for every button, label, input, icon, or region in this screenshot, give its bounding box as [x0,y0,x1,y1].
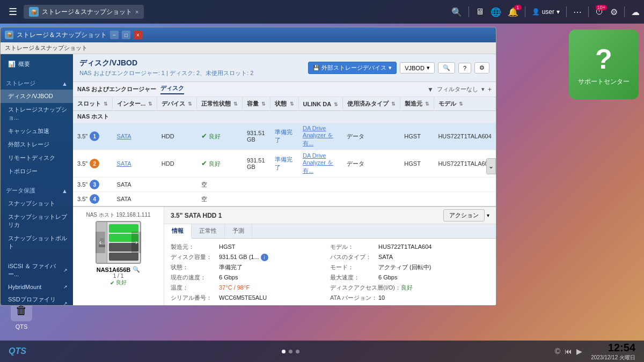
ulink-link[interactable]: DA Drive Analyzer を有... [303,125,333,146]
nas-model-name: NAS1A656B 🔍 [97,266,141,273]
info-row-ata-std: ATA 標準： 109 [171,303,330,305]
nas-slot-4 [109,253,138,261]
info-value-serial: WCC6M5TE5ALU [219,294,267,301]
sidebar-item-remote-disk[interactable]: リモートディスク [1,151,73,165]
app-tab-storage[interactable]: 📦 ストレージ＆スナップショット × [24,5,144,19]
detail-info-right-col: モデル： HUS722T1TALA604 バスのタイプ： SATA モード： ア… [330,242,489,305]
info-value-ata-ver: 10 [378,294,385,301]
sidebar-item-disk-vjbod[interactable]: ディスク/VJBOD [1,90,73,103]
filter-funnel-icon: ▼ [427,86,434,93]
qts-brand-label: QTS [9,346,26,356]
info-value-maker: HGST [219,243,236,250]
sidebar-item-hybridmount[interactable]: HybridMount ↗ [1,281,73,293]
user-menu[interactable]: 👤 user ▾ [532,8,560,16]
cell-slot: 3.5" 2 [73,150,113,178]
sidebar-data-protection-header[interactable]: データ保護 ▲ [1,184,73,197]
divider-5 [624,6,625,17]
info-row-firmware: ファームウェアバージョン： RAGNWA09 [330,303,489,305]
sidebar-item-ssd-profile[interactable]: SSDプロファイリン... ↗ [1,293,73,305]
sidebar-item-label: キャッシュ加速 [8,127,49,135]
maximize-button[interactable]: □ [122,31,130,39]
desktop-dot-1[interactable] [282,350,286,353]
sidebar-dp-chevron-icon: ▲ [62,188,68,194]
app-tab-close[interactable]: × [135,9,138,15]
info-label-serial: シリアル番号： [171,294,219,302]
nas-search-icon[interactable]: 🔍 [133,266,140,273]
slot-number: 2 [90,159,99,168]
sidebar-storage-label: ストレージ [6,79,35,87]
search-button[interactable]: 🔍 [438,62,455,73]
interface-link[interactable]: SATA [117,160,131,167]
nas-next-button[interactable]: › [131,232,141,253]
disk-tab[interactable]: ディスク [160,84,184,94]
slot-label: 3.5" [77,181,87,188]
tab-info[interactable]: 情報 [164,224,192,239]
vjbod-label: VJBOD [405,65,425,71]
desktop-dot-3[interactable] [296,350,299,353]
info-value-mode: アクティブ (回転中) [378,263,431,271]
sidebar-item-cache-boost[interactable]: キャッシュ加速 [1,124,73,138]
display-icon[interactable]: 🖥 [475,7,484,17]
action-button[interactable]: アクション [443,209,485,221]
sidebar-item-iscsi[interactable]: iSCSI ＆ ファイバー... ↗ [1,260,73,281]
bell-icon[interactable]: 🔔1 [508,7,518,17]
sidebar-item-label: スナップショットレプリカ [8,213,68,229]
desktop-dot-2[interactable] [289,350,292,353]
taskbar-bottom: QTS © ⏮ ▶ 12:54 2023/12/12 火曜日 [0,341,644,362]
detail-tab-header: 3.5" SATA HDD 1 アクション ▾ [164,207,496,224]
info-row-maker: 製造元： HGST [171,242,330,252]
nas-host-group-label: NAS ホスト [73,111,496,123]
sidebar-item-storage-snapshot[interactable]: ストレージスナップショ... [1,103,73,124]
divider-4 [588,6,589,17]
table-row[interactable]: 3.5" 2 SATA HDD ✔ 良好 931.51 GB 準備完了 DA D… [73,150,496,178]
capacity-info-icon[interactable]: i [261,254,268,261]
sidebar-item-snapshot-vault[interactable]: スナップショットボルト [1,232,73,253]
minimize-button[interactable]: − [110,31,119,39]
info-value-speed: 6 Gbps [219,274,238,280]
dots-menu-icon[interactable]: ⋯ [573,7,582,17]
sidebar-storage-header[interactable]: ストレージ ▲ [1,77,73,90]
sidebar-item-external-storage[interactable]: 外部ストレージ [1,138,73,151]
detail-disk-title: 3.5" SATA HDD 1 [171,212,222,219]
cell-capacity: 931.51 GB [243,150,270,178]
sidebar-item-topology[interactable]: トポロジー [1,165,73,178]
cell-health: ✔ 良好 [197,123,243,150]
cell-health: 空 [197,192,243,206]
table-row[interactable]: 3.5" 4 SATA 空 [73,192,496,206]
cloud-icon[interactable]: ☁ [631,7,640,17]
settings-button[interactable]: ⚙ [474,62,489,73]
vjbod-dropdown-button[interactable]: 💾 外部ストレージデバイス ▾ [308,62,397,74]
cell-slot: 3.5" 1 [73,123,113,150]
table-row[interactable]: 3.5" 3 SATA 空 [73,178,496,192]
tab-prediction[interactable]: 予測 [225,224,252,238]
hamburger-menu-button[interactable]: ☰ [4,4,21,20]
table-row[interactable]: 3.5" 1 SATA HDD ✔ 良好 931.51 GB 準備完了 DA D… [73,123,496,150]
ulink-link[interactable]: DA Drive Analyzer を有... [303,152,333,174]
sidebar-item-snapshot-replica[interactable]: スナップショットレプリカ [1,210,73,232]
nas-prev-button[interactable]: ‹ [96,232,105,253]
close-button[interactable]: × [134,31,142,39]
search-icon[interactable]: 🔍 [451,7,462,17]
cell-usage: データ [342,123,400,150]
browser-icon[interactable]: 🌐 [491,7,501,17]
add-disk-button[interactable]: + [488,86,492,93]
gear-icon[interactable]: ⚙ [610,7,618,17]
breadcrumb-nas-link[interactable]: NAS およびエンクロージャー: 1 | ディスク: 2、未使用スロット: 2 [79,70,253,76]
action-chevron-icon: ▾ [487,212,489,218]
sidebar-item-snapshot[interactable]: スナップショット [1,197,73,210]
col-device: デバイス ⇅ [157,97,197,111]
sidebar-item-overview[interactable]: 📊 概要 [1,57,73,71]
cell-maker: HGST [400,150,434,178]
nas-enclosure-tab[interactable]: NAS およびエンクロージャー [77,85,156,93]
help-panel[interactable]: ? サポートセンター [569,29,639,99]
cell-interface: SATA [113,192,157,206]
divider-2 [525,6,525,17]
help-button[interactable]: ? [458,63,471,73]
timer-icon[interactable]: ⏱10+ [595,7,604,17]
taskbar-right-area: 🔍 🖥 🌐 🔔1 👤 user ▾ ⋯ ⏱10+ ⚙ ☁ [451,6,640,17]
interface-link[interactable]: SATA [117,133,131,139]
tab-health[interactable]: 正常性 [192,224,225,238]
filter-area: ▼ フィルターなし ▾ + [427,85,492,93]
vjbod-button[interactable]: VJBOD ▾ [400,62,435,73]
sidebar-item-label: トポロジー [8,167,38,175]
